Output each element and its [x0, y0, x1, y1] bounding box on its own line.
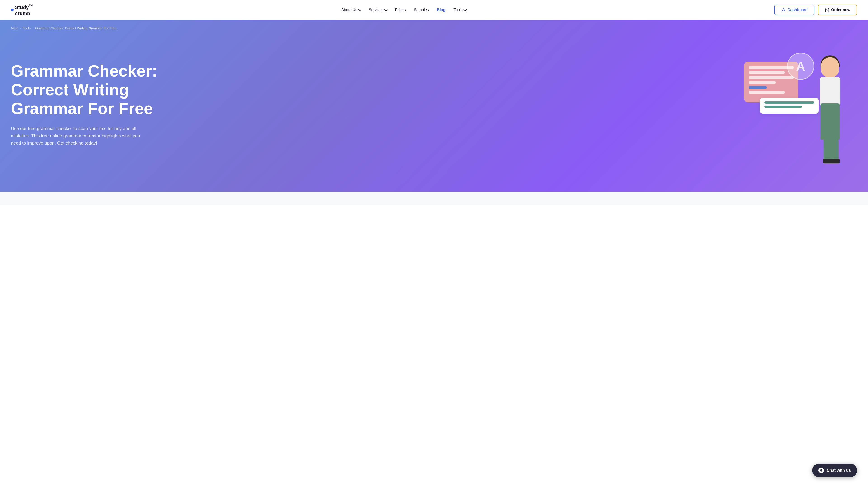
hero-text-block: Grammar Checker: Correct Writing Grammar… — [11, 43, 164, 147]
grammar-line — [749, 76, 794, 79]
hero-title: Grammar Checker: Correct Writing Grammar… — [11, 62, 164, 118]
cart-icon — [825, 8, 829, 12]
grammar-line — [749, 81, 776, 84]
logo-text: Study™ crumb — [15, 3, 33, 17]
hero-section: Main › Tools › Grammar Checker: Correct … — [0, 20, 868, 192]
hero-illustration: A — [740, 43, 857, 179]
chevron-down-icon — [384, 8, 388, 11]
grammar-line-accent — [749, 86, 767, 89]
breadcrumb-separator-2: › — [33, 27, 33, 30]
dashboard-button[interactable]: Dashboard — [774, 4, 814, 15]
breadcrumb-current: Grammar Checker: Correct Writing Grammar… — [35, 26, 117, 30]
hero-content: Grammar Checker: Correct Writing Grammar… — [11, 39, 857, 179]
nav-item-samples: Samples — [414, 8, 429, 12]
nav-link-services[interactable]: Services — [369, 8, 387, 12]
character-illustration — [798, 43, 862, 175]
nav-links: About Us Services Prices Samples Blog — [341, 8, 466, 12]
logo-dot — [11, 8, 13, 11]
breadcrumb-separator: › — [20, 27, 21, 30]
order-now-button[interactable]: Order now — [818, 4, 857, 15]
navbar: Study™ crumb About Us Services Prices Sa… — [0, 0, 868, 20]
chevron-down-icon — [358, 8, 362, 11]
char-torso — [820, 77, 840, 106]
breadcrumb-main-link[interactable]: Main — [11, 26, 18, 30]
nav-item-blog: Blog — [437, 8, 445, 12]
char-head — [821, 57, 839, 77]
chevron-down-icon — [464, 8, 467, 11]
bubble-line — [765, 105, 802, 108]
grammar-line — [749, 91, 785, 94]
user-icon — [781, 8, 786, 12]
nav-link-about[interactable]: About Us — [341, 8, 361, 12]
nav-link-prices[interactable]: Prices — [395, 8, 405, 12]
breadcrumb: Main › Tools › Grammar Checker: Correct … — [11, 20, 857, 39]
nav-item-prices: Prices — [395, 8, 405, 12]
char-body — [807, 57, 852, 175]
nav-item-about: About Us — [341, 8, 361, 12]
breadcrumb-tools-link[interactable]: Tools — [23, 26, 31, 30]
logo[interactable]: Study™ crumb — [11, 3, 33, 17]
nav-item-services: Services — [369, 8, 387, 12]
nav-link-tools[interactable]: Tools — [454, 8, 466, 12]
char-shoe-right — [830, 159, 839, 163]
char-leg-right — [831, 134, 839, 161]
nav-link-blog[interactable]: Blog — [437, 8, 445, 12]
svg-point-0 — [783, 8, 784, 10]
nav-item-tools: Tools — [454, 8, 466, 12]
nav-actions: Dashboard Order now — [774, 4, 857, 15]
grammar-line — [749, 71, 785, 74]
hero-subtitle: Use our free grammar checker to scan you… — [11, 125, 151, 147]
nav-link-samples[interactable]: Samples — [414, 8, 429, 12]
bottom-section — [0, 192, 868, 205]
